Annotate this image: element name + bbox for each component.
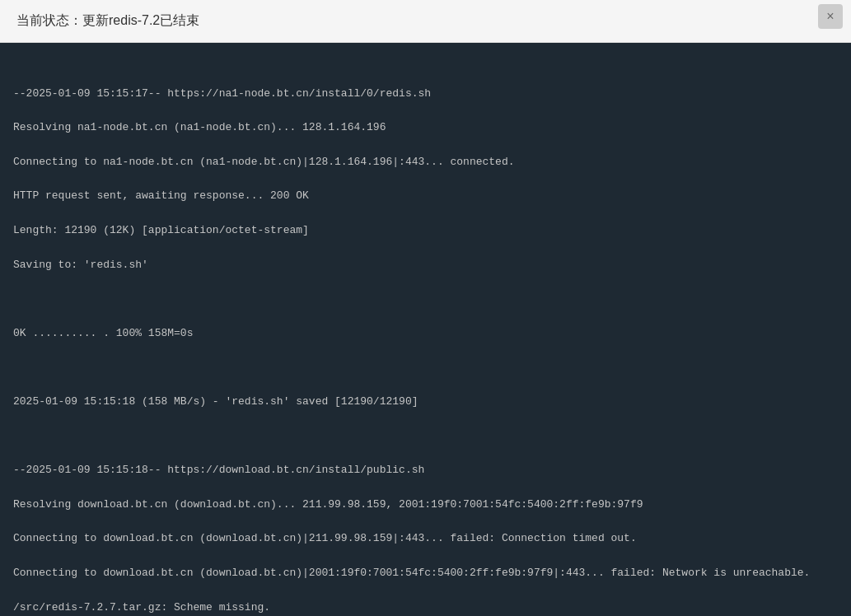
close-button[interactable]: ×	[818, 4, 843, 29]
terminal-line: Resolving na1-node.bt.cn (na1-node.bt.cn…	[13, 119, 838, 137]
terminal-line: Resolving download.bt.cn (download.bt.cn…	[13, 497, 838, 514]
terminal-line	[13, 291, 838, 308]
window-title: 当前状态：更新redis-7.2已结束	[16, 12, 199, 30]
terminal-line: Connecting to download.bt.cn (download.b…	[13, 530, 838, 548]
terminal-line: Connecting to na1-node.bt.cn (na1-node.b…	[13, 154, 838, 171]
terminal-line	[13, 428, 838, 446]
terminal-output: --2025-01-09 15:15:17-- https://na1-node…	[0, 43, 851, 616]
terminal-line: 0K .......... . 100% 158M=0s	[13, 325, 838, 343]
terminal-line: HTTP request sent, awaiting response... …	[13, 188, 838, 205]
main-window: 当前状态：更新redis-7.2已结束 × --2025-01-09 15:15…	[0, 0, 851, 616]
terminal-line: Length: 12190 (12K) [application/octet-s…	[13, 222, 838, 240]
terminal-line	[13, 359, 838, 376]
terminal-line: Connecting to download.bt.cn (download.b…	[13, 565, 838, 582]
terminal-line: --2025-01-09 15:15:18-- https://download…	[13, 462, 838, 479]
terminal-line: --2025-01-09 15:15:17-- https://na1-node…	[13, 86, 838, 103]
title-bar: 当前状态：更新redis-7.2已结束	[0, 0, 851, 43]
terminal-line: Saving to: 'redis.sh'	[13, 257, 838, 274]
terminal-line: /src/redis-7.2.7.tar.gz: Scheme missing.	[13, 600, 838, 617]
terminal-line: 2025-01-09 15:15:18 (158 MB/s) - 'redis.…	[13, 394, 838, 411]
